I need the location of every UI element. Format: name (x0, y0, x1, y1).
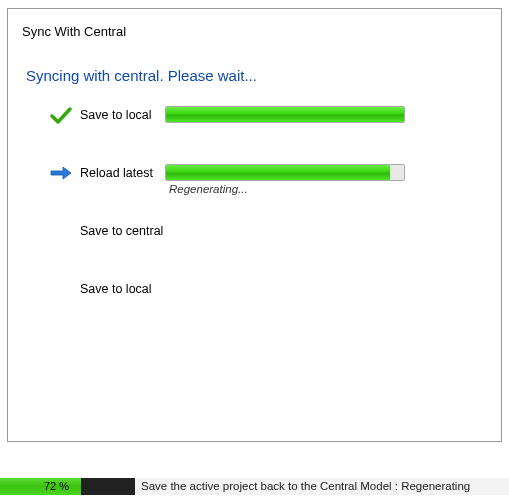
progress-bar (165, 106, 405, 123)
progress-bar (165, 164, 405, 181)
check-icon (48, 107, 74, 125)
step-label: Reload latest (80, 164, 165, 180)
steps-list: Save to local Reload latest Regenerat (8, 106, 501, 312)
sync-dialog: Sync With Central Syncing with central. … (7, 8, 502, 442)
step-save-to-local-2: Save to local (8, 280, 501, 312)
arrow-right-icon (48, 165, 74, 181)
step-label: Save to central (80, 222, 165, 238)
step-progress-container: Regenerating... (165, 164, 501, 195)
step-label: Save to local (80, 280, 165, 296)
progress-remainder (390, 165, 404, 180)
status-bar: 72 % Save the active project back to the… (0, 478, 509, 495)
progress-fill (166, 107, 404, 122)
step-reload-latest: Reload latest Regenerating... (8, 164, 501, 196)
step-substatus: Regenerating... (169, 183, 501, 195)
step-label: Save to local (80, 106, 165, 122)
step-progress-container (165, 106, 501, 123)
status-progress-label: 72 % (0, 478, 113, 495)
status-message: Save the active project back to the Cent… (135, 478, 509, 495)
step-save-to-central: Save to central (8, 222, 501, 254)
status-progress: 72 % (0, 478, 113, 495)
dialog-message: Syncing with central. Please wait... (8, 39, 501, 84)
progress-fill (166, 165, 390, 180)
step-save-to-local-1: Save to local (8, 106, 501, 138)
status-gap (113, 478, 135, 495)
dialog-title: Sync With Central (8, 9, 501, 39)
